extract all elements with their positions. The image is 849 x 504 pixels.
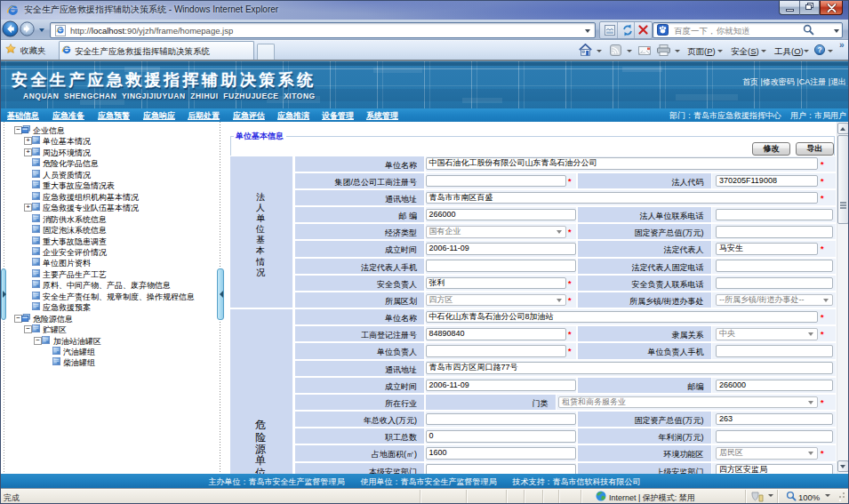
svg-text:?: ? [817,45,821,54]
